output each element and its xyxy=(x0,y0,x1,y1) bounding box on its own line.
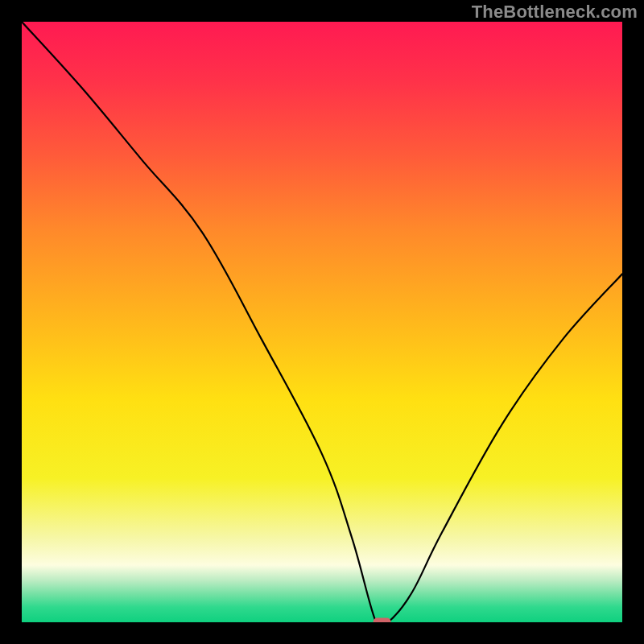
watermark-text: TheBottleneck.com xyxy=(472,2,638,23)
chart-stage: TheBottleneck.com xyxy=(0,0,644,644)
gradient-background xyxy=(22,22,622,622)
bottleneck-chart xyxy=(0,0,644,644)
plot-area xyxy=(22,22,622,630)
